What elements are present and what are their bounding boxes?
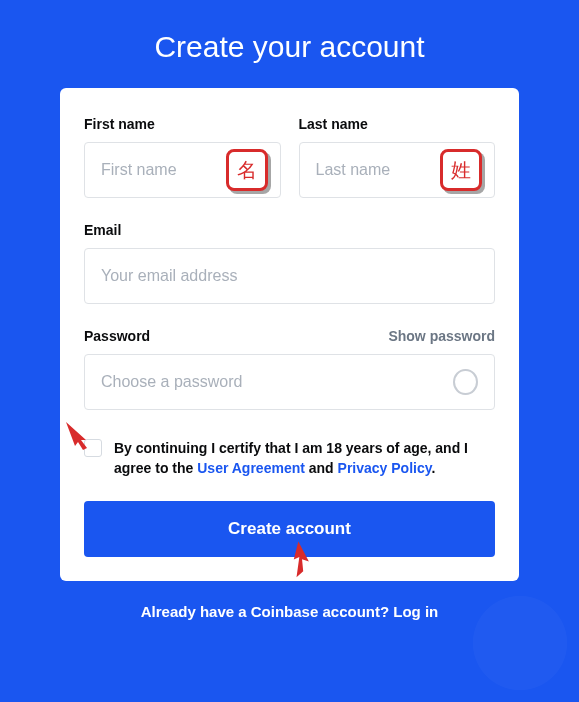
- password-field: Password Show password: [84, 328, 495, 410]
- create-account-button[interactable]: Create account: [84, 501, 495, 557]
- last-name-annotation-badge: 姓: [440, 149, 482, 191]
- last-name-label: Last name: [299, 116, 496, 132]
- last-name-input-wrap: 姓: [299, 142, 496, 198]
- password-input[interactable]: [101, 373, 453, 391]
- first-name-field: First name 名: [84, 116, 281, 198]
- show-password-toggle[interactable]: Show password: [388, 328, 495, 344]
- watermark-icon: [465, 588, 575, 698]
- email-field: Email: [84, 222, 495, 304]
- page-title: Create your account: [0, 0, 579, 88]
- last-name-field: Last name 姓: [299, 116, 496, 198]
- consent-row: By continuing I certify that I am 18 yea…: [84, 438, 495, 479]
- consent-checkbox[interactable]: [84, 439, 102, 457]
- privacy-policy-link[interactable]: Privacy Policy: [338, 460, 432, 476]
- login-link[interactable]: Log in: [393, 603, 438, 620]
- first-name-input-wrap: 名: [84, 142, 281, 198]
- eye-icon[interactable]: [453, 369, 478, 395]
- password-label: Password: [84, 328, 150, 344]
- consent-text: By continuing I certify that I am 18 yea…: [114, 438, 495, 479]
- email-input[interactable]: [101, 267, 478, 285]
- first-name-annotation-badge: 名: [226, 149, 268, 191]
- user-agreement-link[interactable]: User Agreement: [197, 460, 305, 476]
- email-input-wrap: [84, 248, 495, 304]
- first-name-label: First name: [84, 116, 281, 132]
- password-input-wrap: [84, 354, 495, 410]
- signup-card: First name 名 Last name 姓 Email Password …: [60, 88, 519, 581]
- email-label: Email: [84, 222, 495, 238]
- arrow-icon: [286, 539, 320, 579]
